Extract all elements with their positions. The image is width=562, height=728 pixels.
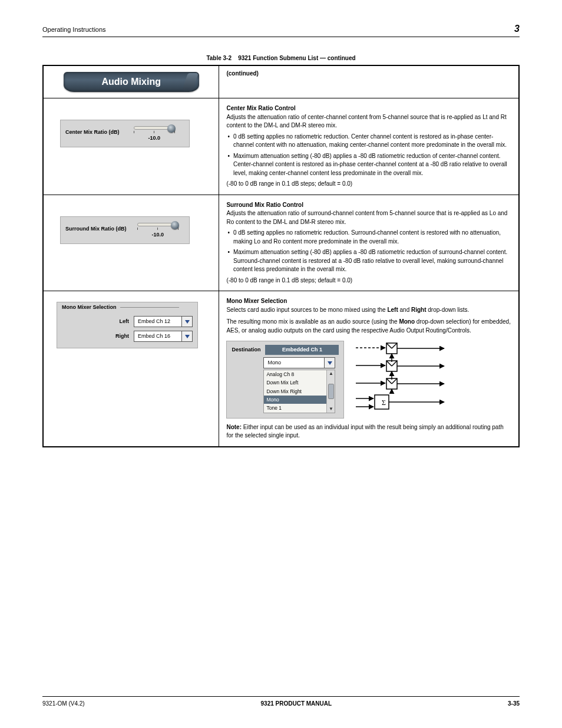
tab-continued-cell: (continued) xyxy=(219,65,519,98)
note-label: Note: xyxy=(226,424,242,430)
page: Operating Instructions 3 Table 3-2 9321 … xyxy=(0,0,562,728)
page-footer: 9321-OM (V4.2) 9321 PRODUCT MANUAL 3-35 xyxy=(42,696,520,707)
center-mix-label: Center Mix Ratio (dB) xyxy=(65,126,120,136)
surround-mix-slider-body: -10.0 xyxy=(131,223,185,239)
mono-mixer-control-cell: Mono Mixer Selection Left Embed Ch 12 Ri… xyxy=(43,291,219,447)
mono-mixer-group-title: Mono Mixer Selection xyxy=(62,304,193,311)
scrollbar[interactable]: ▲ ▼ xyxy=(326,370,335,413)
table-caption-prefix: Table 3-2 xyxy=(206,55,232,61)
svg-line-8 xyxy=(386,361,392,366)
mono-right-row: Right Embed Ch 16 xyxy=(62,331,193,342)
table-caption: Table 3-2 9321 Function Submenu List — c… xyxy=(42,55,520,61)
list-item-selected[interactable]: Mono xyxy=(264,396,326,404)
svg-line-9 xyxy=(392,361,397,366)
function-table: Audio Mixing (continued) Center Mix Rati… xyxy=(42,65,520,447)
svg-line-15 xyxy=(392,378,397,384)
footer-mid: 9321 PRODUCT MANUAL xyxy=(85,700,508,707)
scroll-up-icon[interactable]: ▲ xyxy=(329,370,333,377)
surround-mix-desc-head: Surround Mix Ratio Control xyxy=(226,202,303,208)
destination-select[interactable]: Mono xyxy=(263,357,335,368)
header-chapter-number: 3 xyxy=(514,24,520,34)
center-mix-desc-body: Adjusts the attenuation ratio of center-… xyxy=(226,113,511,130)
mono-right-label: Right xyxy=(115,332,129,340)
svg-line-2 xyxy=(386,343,392,348)
mono-left-label: Left xyxy=(120,318,130,325)
surround-mix-bullet-2: Maximum attenuation setting (-80 dB) app… xyxy=(226,248,511,274)
destination-header: Destination Embedded Ch 1 xyxy=(232,345,339,355)
center-mix-range: (-80 to 0 dB range in 0.1 dB steps; defa… xyxy=(226,180,511,189)
mono-mixer-desc-para2: The resulting mono mix is available as a… xyxy=(226,318,511,335)
mono-right-select[interactable]: Embed Ch 16 xyxy=(134,331,193,342)
surround-mix-range: (-80 to 0 dB range in 0.1 dB steps; defa… xyxy=(226,276,511,285)
surround-mix-value: -10.0 xyxy=(151,231,164,239)
destination-title: Embedded Ch 1 xyxy=(265,345,339,355)
surround-mix-desc-cell: Surround Mix Ratio Control Adjusts the a… xyxy=(219,195,519,291)
scroll-down-icon[interactable]: ▼ xyxy=(329,406,333,413)
mono-mixer-note: Note: Either input can be used as an ind… xyxy=(226,423,511,440)
slider-knob-icon[interactable] xyxy=(167,124,176,133)
list-item[interactable]: Analog Ch 8 xyxy=(264,370,326,378)
mono-left-row: Left Embed Ch 12 xyxy=(62,316,193,327)
table-caption-title: 9321 Function Submenu List — continued xyxy=(238,55,355,61)
mono-right-value: Embed Ch 16 xyxy=(134,331,182,342)
slider-knob-icon[interactable] xyxy=(171,221,179,229)
chevron-down-icon[interactable] xyxy=(182,316,193,327)
center-mix-control-cell: Center Mix Ratio (dB) -10.0 xyxy=(43,98,219,195)
svg-text:Σ: Σ xyxy=(382,398,386,407)
surround-mix-panel: Surround Mix Ratio (dB) -10.0 xyxy=(60,216,190,244)
mono-left-value: Embed Ch 12 xyxy=(134,316,182,327)
footer-left: 9321-OM (V4.2) xyxy=(42,700,85,707)
chevron-down-icon[interactable] xyxy=(325,357,335,368)
center-mix-desc-head: Center Mix Ratio Control xyxy=(226,105,295,111)
center-mix-panel: Center Mix Ratio (dB) -10.0 xyxy=(60,120,190,147)
center-mix-value: -10.0 xyxy=(148,134,161,142)
note-body: Either input can be used as an individua… xyxy=(226,424,503,439)
center-mix-desc-cell: Center Mix Ratio Control Adjusts the att… xyxy=(219,98,519,195)
destination-example: Destination Embedded Ch 1 Mono Analog Ch xyxy=(226,341,511,419)
mono-mixer-desc-para1: Selects card audio input sources to be m… xyxy=(226,306,511,315)
header-section-label: Operating Instructions xyxy=(42,26,106,33)
center-mix-slider-body: -10.0 xyxy=(124,126,184,142)
footer-right: 3-35 xyxy=(508,700,520,707)
surround-mix-label: Surround Mix Ratio (dB) xyxy=(65,223,127,233)
center-mix-bullet-1: 0 dB setting applies no ratiometric redu… xyxy=(226,133,511,150)
center-mix-bullet-2: Maximum attenuation setting (-80 dB) app… xyxy=(226,152,511,178)
mono-mixer-desc-cell: Mono Mixer Selection Selects card audio … xyxy=(219,291,519,447)
surround-mix-slider[interactable] xyxy=(137,223,178,226)
surround-mix-desc-body: Adjusts the attenuation ratio of surroun… xyxy=(226,209,511,226)
destination-panel: Destination Embedded Ch 1 Mono Analog Ch xyxy=(226,341,344,419)
destination-select-row: Mono xyxy=(263,357,339,368)
mono-mix-diagram-icon: Σ xyxy=(350,341,450,411)
continued-label: (continued) xyxy=(226,70,258,77)
surround-mix-control-cell: Surround Mix Ratio (dB) -10.0 xyxy=(43,195,219,291)
svg-line-3 xyxy=(392,343,397,348)
destination-options: Analog Ch 8 Down Mix Left Down Mix Right… xyxy=(264,370,326,413)
destination-dropdown-list[interactable]: Analog Ch 8 Down Mix Left Down Mix Right… xyxy=(263,370,335,413)
mono-left-select[interactable]: Embed Ch 12 xyxy=(134,316,193,327)
chevron-down-icon[interactable] xyxy=(182,331,193,342)
audio-mixing-tab-label: Audio Mixing xyxy=(102,75,161,88)
center-mix-slider[interactable] xyxy=(134,126,175,130)
mono-mixer-desc-head: Mono Mixer Selection xyxy=(226,298,287,304)
tab-cell: Audio Mixing xyxy=(43,65,219,98)
destination-selected-value: Mono xyxy=(263,357,325,368)
svg-line-14 xyxy=(386,378,392,384)
list-item[interactable]: Tone 1 xyxy=(264,404,326,412)
list-item[interactable]: Down Mix Right xyxy=(264,387,326,396)
page-header: Operating Instructions 3 xyxy=(42,24,520,37)
scroll-thumb[interactable] xyxy=(328,384,334,399)
mono-mixer-group: Mono Mixer Selection Left Embed Ch 12 Ri… xyxy=(57,302,198,348)
audio-mixing-tab[interactable]: Audio Mixing xyxy=(64,72,199,92)
destination-label: Destination xyxy=(232,346,260,354)
list-item[interactable]: Down Mix Left xyxy=(264,378,326,387)
surround-mix-bullet-1: 0 dB setting applies no ratiometric redu… xyxy=(226,229,511,246)
